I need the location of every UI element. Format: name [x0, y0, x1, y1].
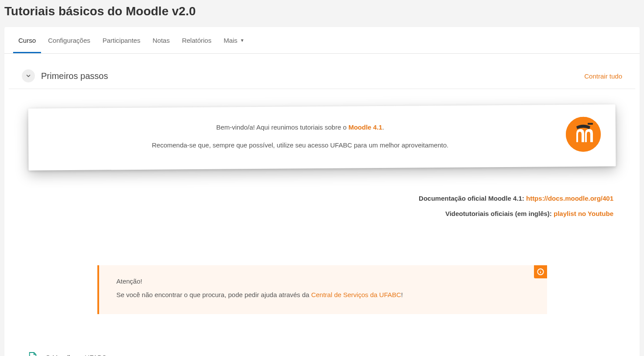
tab-curso[interactable]: Curso — [13, 27, 41, 53]
welcome-line1: Bem-vindo/a! Aqui reunimos tutoriais sob… — [43, 123, 557, 131]
section-title: Primeiros passos — [41, 71, 108, 81]
doc-links: Documentação oficial Moodle 4.1: https:/… — [4, 195, 640, 217]
alert-body-suffix: ! — [401, 291, 403, 298]
doc-label-1: Documentação oficial Moodle 4.1: — [419, 195, 526, 202]
alert-body-link[interactable]: Central de Serviços da UFABC — [311, 291, 401, 298]
tab-label: Configurações — [48, 37, 90, 44]
alert-body: Se você não encontrar o que procura, pod… — [117, 291, 530, 298]
chevron-down-icon — [25, 73, 31, 79]
tab-label: Mais — [224, 37, 238, 44]
section-header: Primeiros passos Contrair tudo — [9, 62, 635, 89]
welcome-box: Bem-vindo/a! Aqui reunimos tutoriais sob… — [28, 104, 616, 170]
doc-label-2: Videotutoriais oficiais (em inglês): — [445, 210, 554, 217]
welcome-text: Bem-vindo/a! Aqui reunimos tutoriais sob… — [43, 123, 557, 149]
alert-box: Atenção! Se você não encontrar o que pro… — [97, 265, 547, 314]
page-header: Tutoriais básicos do Moodle v2.0 — [0, 0, 644, 27]
welcome-suffix: . — [382, 123, 384, 131]
collapse-all-link[interactable]: Contrair tudo — [584, 72, 622, 80]
tab-relatorios[interactable]: Relatórios — [177, 27, 217, 53]
alert-title: Atenção! — [117, 277, 530, 285]
doc-line-1: Documentação oficial Moodle 4.1: https:/… — [31, 195, 613, 202]
course-tabs: Curso Configurações Participantes Notas … — [4, 27, 640, 54]
tab-label: Notas — [152, 37, 169, 44]
tab-mais[interactable]: Mais ▼ — [218, 27, 250, 53]
welcome-prefix: Bem-vindo/a! Aqui reunimos tutoriais sob… — [216, 123, 348, 131]
welcome-line2: Recomenda-se que, sempre que possível, u… — [43, 141, 557, 149]
section-collapse-button[interactable] — [22, 69, 35, 82]
alert-body-prefix: Se você não encontrar o que procura, pod… — [117, 291, 311, 298]
tab-configuracoes[interactable]: Configurações — [43, 27, 96, 53]
tab-label: Participantes — [103, 37, 141, 44]
tab-participantes[interactable]: Participantes — [97, 27, 146, 53]
chevron-down-icon: ▼ — [240, 38, 245, 43]
section-header-left: Primeiros passos — [22, 69, 108, 82]
tab-label: Curso — [18, 37, 36, 44]
resource-label: O Moodle na UFABC — [45, 354, 107, 356]
tab-notas[interactable]: Notas — [147, 27, 175, 53]
moodle-logo-icon — [566, 117, 601, 152]
welcome-highlight: Moodle 4.1 — [348, 123, 382, 131]
tab-label: Relatórios — [182, 37, 212, 44]
svg-rect-1 — [588, 123, 593, 125]
doc-link-2[interactable]: playlist no Youtube — [554, 210, 613, 217]
info-icon — [534, 265, 547, 278]
resource-item[interactable]: O Moodle na UFABC — [9, 345, 635, 356]
main-card: Curso Configurações Participantes Notas … — [4, 27, 640, 356]
page-title: Tutoriais básicos do Moodle v2.0 — [4, 4, 640, 18]
document-icon — [28, 352, 38, 356]
doc-link-1[interactable]: https://docs.moodle.org/401 — [526, 195, 613, 202]
doc-line-2: Videotutoriais oficiais (em inglês): pla… — [31, 210, 613, 217]
